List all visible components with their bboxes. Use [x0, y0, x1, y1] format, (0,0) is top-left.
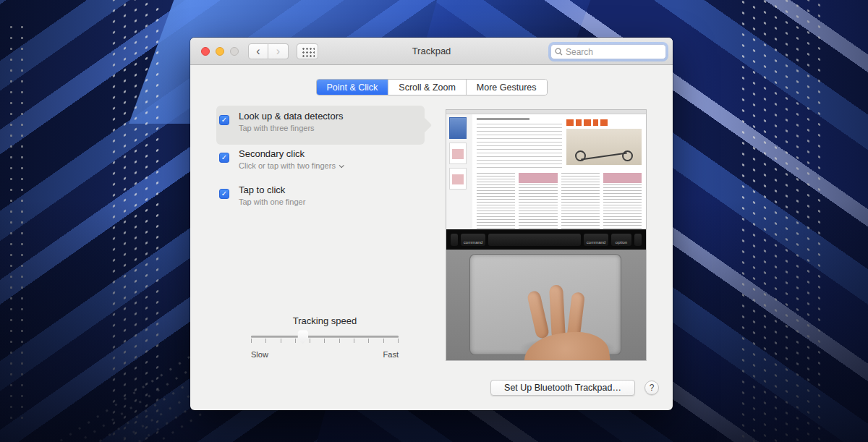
video-article-header — [566, 118, 642, 169]
space-key — [488, 234, 581, 246]
option-key-label: option — [616, 240, 627, 245]
desktop: ‹ › Trackpad Point & Click Scroll — [0, 0, 868, 442]
tab-scroll-and-zoom[interactable]: Scroll & Zoom — [388, 80, 466, 95]
secondary-click-dropdown[interactable]: Click or tap with two fingers — [239, 161, 343, 170]
slider-min-label: Slow — [251, 350, 268, 359]
look-up-checkbox[interactable]: ✓ — [219, 115, 229, 125]
setting-title: Secondary click — [239, 148, 343, 160]
trackpad-preferences-window: ‹ › Trackpad Point & Click Scroll — [190, 38, 673, 410]
video-text-block — [477, 118, 562, 169]
slider-track[interactable] — [251, 336, 399, 338]
check-icon: ✓ — [221, 190, 227, 197]
finger — [549, 285, 566, 341]
tab-more-gestures[interactable]: More Gestures — [466, 80, 547, 95]
secondary-click-checkbox[interactable]: ✓ — [219, 153, 229, 163]
video-thumbnail — [449, 143, 467, 164]
close-button[interactable] — [201, 47, 210, 56]
slider-max-label: Fast — [377, 350, 399, 359]
tab-bar: Point & Click Scroll & Zoom More Gesture… — [315, 79, 547, 95]
check-icon: ✓ — [221, 153, 227, 161]
setting-text: Look up & data detectors Tap with three … — [239, 110, 344, 132]
gesture-demo-video: command command option — [446, 110, 646, 360]
forward-chevron-icon: › — [276, 46, 280, 57]
search-icon — [555, 48, 563, 56]
setting-subtitle: Tap with one finger — [239, 197, 305, 206]
video-thumbnail — [449, 168, 467, 190]
video-page-content — [472, 114, 646, 229]
setting-subtitle: Click or tap with two fingers — [239, 161, 336, 170]
finger — [527, 290, 550, 339]
command-key-label: command — [464, 240, 482, 245]
tab-point-and-click[interactable]: Point & Click — [316, 80, 388, 95]
partial-key — [451, 234, 458, 246]
video-orange-headline — [566, 118, 642, 127]
forward-button[interactable]: › — [268, 43, 289, 59]
hand-illustration — [519, 273, 627, 360]
setting-title: Look up & data detectors — [239, 110, 344, 122]
setting-text: Tap to click Tap with one finger — [239, 184, 305, 206]
command-key: command — [461, 234, 485, 246]
search-field[interactable] — [550, 44, 666, 59]
tap-to-click-checkbox[interactable]: ✓ — [219, 189, 229, 199]
video-laptop-screen — [446, 110, 646, 229]
navigation-buttons: ‹ › — [248, 43, 289, 59]
tracking-speed-slider[interactable] — [251, 330, 399, 349]
command-key: command — [584, 234, 608, 246]
window-title: Trackpad — [320, 38, 542, 65]
video-text-columns — [477, 173, 642, 229]
video-bike-photo — [566, 129, 642, 165]
partial-key — [634, 234, 642, 246]
callout-arrow — [417, 117, 432, 132]
video-trackpad-area — [446, 250, 646, 360]
slider-ticks — [251, 339, 399, 343]
tracking-speed-label: Tracking speed — [251, 315, 399, 326]
setting-subtitle: Tap with three fingers — [239, 124, 315, 132]
check-icon: ✓ — [221, 116, 227, 124]
back-chevron-icon: ‹ — [256, 46, 260, 57]
help-button[interactable]: ? — [644, 381, 659, 395]
search-input[interactable] — [566, 47, 662, 57]
set-up-bluetooth-trackpad-button[interactable]: Set Up Bluetooth Trackpad… — [490, 380, 635, 396]
zoom-button — [230, 47, 239, 56]
setting-row-secondary-click[interactable]: ✓ Secondary click Click or tap with two … — [219, 148, 343, 170]
show-all-button[interactable] — [297, 43, 318, 59]
setting-text: Secondary click Click or tap with two fi… — [239, 148, 343, 170]
setting-row-tap-to-click[interactable]: ✓ Tap to click Tap with one finger — [219, 184, 305, 206]
minimize-button[interactable] — [216, 47, 224, 56]
back-button[interactable]: ‹ — [248, 43, 268, 59]
command-key-label: command — [587, 240, 605, 245]
video-sidebar — [446, 114, 472, 229]
option-key: option — [611, 234, 631, 246]
title-bar[interactable]: ‹ › Trackpad — [190, 38, 673, 65]
chevron-down-icon — [339, 163, 344, 168]
video-thumbnail — [449, 117, 467, 139]
video-keyboard-row: command command option — [446, 229, 646, 250]
setting-row-look-up[interactable]: ✓ Look up & data detectors Tap with thre… — [219, 110, 344, 132]
grid-icon — [301, 46, 315, 57]
setting-title: Tap to click — [239, 184, 305, 196]
